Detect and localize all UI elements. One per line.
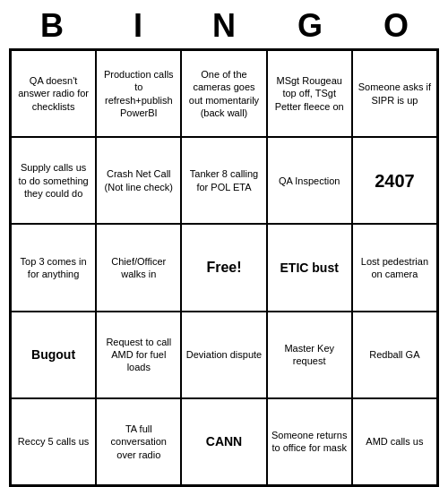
bingo-cell-6: Crash Net Call (Not line check) xyxy=(96,137,181,224)
bingo-cell-4: Someone asks if SIPR is up xyxy=(352,50,437,137)
bingo-card: BINGO QA doesn't answer radio for checkl… xyxy=(9,7,439,487)
bingo-letter-o: O xyxy=(357,7,435,45)
bingo-cell-5: Supply calls us to do something they cou… xyxy=(11,137,96,224)
bingo-cell-21: TA full conversation over radio xyxy=(96,398,181,485)
bingo-letter-b: B xyxy=(13,7,91,45)
bingo-cell-16: Request to call AMD for fuel loads xyxy=(96,312,181,398)
bingo-cell-12: Free! xyxy=(181,224,266,311)
bingo-cell-23: Someone returns to office for mask xyxy=(267,398,352,485)
bingo-cell-17: Deviation dispute xyxy=(181,312,266,398)
bingo-cell-20: Reccy 5 calls us xyxy=(11,398,96,485)
bingo-cell-18: Master Key request xyxy=(267,312,352,398)
bingo-cell-19: Redball GA xyxy=(352,312,437,398)
bingo-letter-i: I xyxy=(99,7,177,45)
bingo-cell-15: Bugout xyxy=(11,312,96,398)
bingo-grid: QA doesn't answer radio for checklistsPr… xyxy=(9,48,439,487)
bingo-cell-2: One of the cameras goes out momentarily … xyxy=(181,50,266,137)
bingo-cell-7: Tanker 8 calling for POL ETA xyxy=(181,137,266,224)
bingo-cell-8: QA Inspection xyxy=(267,137,352,224)
bingo-letter-g: G xyxy=(271,7,349,45)
bingo-cell-0: QA doesn't answer radio for checklists xyxy=(11,50,96,137)
bingo-cell-1: Production calls to refresh+publish Powe… xyxy=(96,50,181,137)
bingo-cell-3: MSgt Rougeau top off, TSgt Petter fleece… xyxy=(267,50,352,137)
bingo-letter-n: N xyxy=(185,7,263,45)
bingo-cell-24: AMD calls us xyxy=(352,398,437,485)
bingo-cell-11: Chief/Officer walks in xyxy=(96,224,181,311)
bingo-header: BINGO xyxy=(9,7,439,45)
bingo-cell-13: ETIC bust xyxy=(267,224,352,311)
bingo-cell-9: 2407 xyxy=(352,137,437,224)
bingo-cell-22: CANN xyxy=(181,398,266,485)
bingo-cell-10: Top 3 comes in for anything xyxy=(11,224,96,311)
bingo-cell-14: Lost pedestrian on camera xyxy=(352,224,437,311)
